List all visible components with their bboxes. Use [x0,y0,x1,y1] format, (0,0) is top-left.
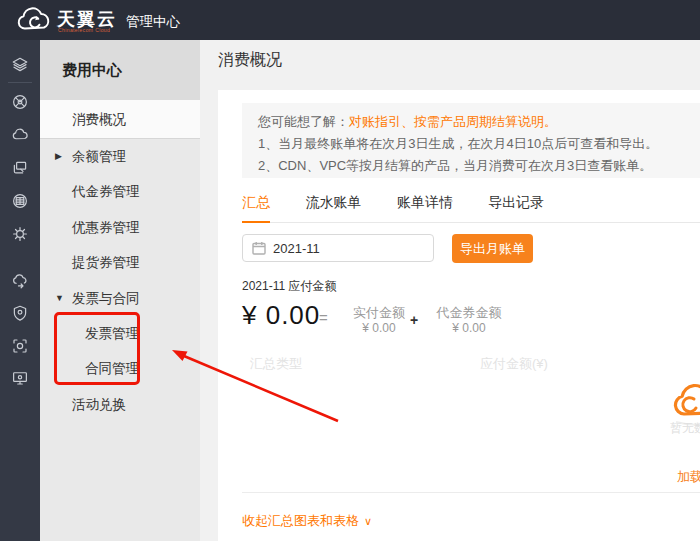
month-input[interactable] [273,235,423,261]
screens-icon[interactable] [11,159,29,177]
sidebar-item-label: 发票与合同 [72,291,140,306]
export-month-bill-button[interactable]: 导出月账单 [452,234,533,263]
notice-line-1: 1、当月最终账单将在次月3日生成，在次月4日10点后可查看和导出。 [258,133,684,155]
plus-sign: + [410,312,418,328]
content-card: 您可能想了解：对账指引、按需产品周期结算说明。 1、当月最终账单将在次月3日生成… [218,90,700,541]
sidebar-item-pickup-voucher[interactable]: 提货券管理 [40,245,200,280]
sidebar-item-invoice-management[interactable]: 发票管理 [40,316,200,351]
collapse-summary-link[interactable]: 收起汇总图表和表格∨ [242,512,372,530]
paid-amount-group: 实付金额 ¥ 0.00 [346,305,412,336]
voucher-amount-value: ¥ 0.00 [428,320,510,336]
total-amount: ¥ 0.00 [242,300,320,331]
notice-prefix: 您可能想了解： [258,114,349,129]
tab-bar: 汇总 流水账单 账单详情 导出记录 [242,193,700,223]
layers-icon[interactable] [11,56,29,74]
cloud-icon[interactable] [11,126,29,144]
tab-summary[interactable]: 汇总 [242,194,270,223]
summary-table-header: 汇总类型 应付金额(¥) [218,355,700,381]
sidebar-item-invoice-and-contract[interactable]: ▼ 发票与合同 [40,281,200,316]
notice-box: 您可能想了解：对账指引、按需产品周期结算说明。 1、当月最终账单将在次月3日生成… [242,103,700,178]
no-data-text: 暂无数据 [670,420,700,437]
notice-line-2: 2、CDN、VPC等按月结算的产品，当月消费可在次月3日查看账单。 [258,155,684,177]
chevron-down-icon: ▼ [55,281,64,316]
month-picker[interactable] [242,234,434,262]
sidebar-item-cash-voucher[interactable]: 代金券管理 [40,174,200,209]
sidebar-title: 费用中心 [40,40,200,100]
tab-export-records[interactable]: 导出记录 [488,194,544,221]
sidebar-item-label: 优惠券管理 [72,220,140,235]
sidebar-item-label: 消费概况 [72,112,126,127]
gear-icon[interactable] [11,225,29,243]
shield-icon[interactable] [11,304,29,322]
sidebar-item-label: 发票管理 [85,326,139,341]
collapse-link-label: 收起汇总图表和表格 [242,513,359,528]
scan-settings-icon[interactable] [11,337,29,355]
billing-sidebar: 费用中心 消费概况 ▶ 余额管理 代金券管理 优惠券管理 提货券管理 ▼ 发票与… [40,40,200,541]
sidebar-item-label: 活动兑换 [72,397,126,412]
sidebar-item-label: 提货券管理 [72,255,140,270]
compute-wheel-icon[interactable] [11,93,29,111]
ctyun-cloud-logo-icon[interactable] [14,6,54,34]
paid-amount-value: ¥ 0.00 [346,320,412,336]
sidebar-item-contract-management[interactable]: 合同管理 [40,351,200,386]
calendar-icon [252,241,266,255]
footer-divider [242,492,700,493]
topbar: 天翼云 Chinatelecom Cloud 管理中心 [0,0,700,40]
tab-transaction-bills[interactable]: 流水账单 [305,194,361,221]
voucher-amount-group: 代金券金额 ¥ 0.00 [428,305,510,336]
page-title: 消费概况 [218,50,282,71]
brand-subtitle: Chinatelecom Cloud [58,27,110,33]
table-col-summary-type: 汇总类型 [250,355,302,373]
payable-amount-label: 2021-11 应付金额 [242,278,336,295]
sidebar-item-label: 代金券管理 [72,184,140,199]
equals-sign: = [319,309,328,326]
chevron-right-icon: ▶ [55,139,62,174]
voucher-amount-label: 代金券金额 [428,305,510,320]
sidebar-item-coupon[interactable]: 优惠券管理 [40,210,200,245]
icon-rail [0,40,40,541]
sidebar-item-activity-redeem[interactable]: 活动兑换 [40,387,200,422]
chevron-down-icon: ∨ [364,515,372,527]
tab-bill-details[interactable]: 账单详情 [397,194,453,221]
monitor-icon[interactable] [11,369,29,387]
sidebar-item-label: 合同管理 [85,361,139,376]
sidebar-item-balance-management[interactable]: ▶ 余额管理 [40,139,200,174]
server-grid-icon[interactable] [11,192,29,210]
rail-divider [8,82,32,83]
table-col-payable-amount: 应付金额(¥) [480,355,548,373]
paid-amount-label: 实付金额 [346,305,412,320]
sidebar-item-consumption-overview[interactable]: 消费概况 [40,100,200,139]
nav-management-center[interactable]: 管理中心 [126,13,180,31]
notice-links[interactable]: 对账指引、按需产品周期结算说明。 [349,114,557,129]
cloud-sync-icon[interactable] [11,272,29,290]
sidebar-item-label: 余额管理 [72,149,126,164]
load-more-link[interactable]: 加载更多 [677,468,700,486]
app-window: 天翼云 Chinatelecom Cloud 管理中心 [0,0,700,541]
